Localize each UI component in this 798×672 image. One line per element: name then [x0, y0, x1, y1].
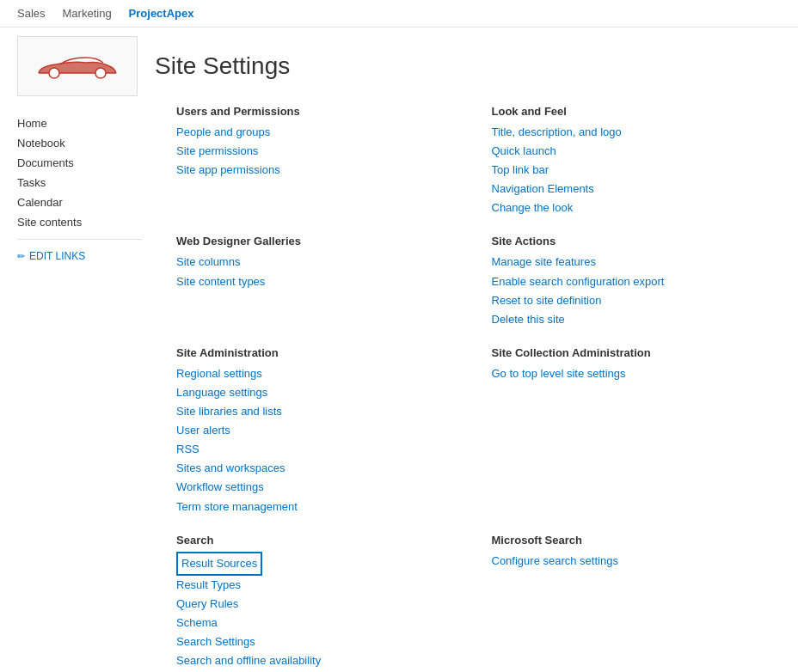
- link-site-libraries-lists[interactable]: Site libraries and lists: [176, 402, 466, 421]
- sidebar-item-documents[interactable]: Documents: [17, 153, 142, 173]
- main-layout: Home Notebook Documents Tasks Calendar S…: [0, 96, 798, 672]
- link-language-settings[interactable]: Language settings: [176, 383, 466, 402]
- edit-links[interactable]: ✏ EDIT LINKS: [17, 247, 142, 266]
- link-result-types[interactable]: Result Types: [176, 576, 466, 595]
- section-title-microsoft-search: Microsoft Search: [492, 534, 782, 547]
- link-search-settings[interactable]: Search Settings: [176, 632, 466, 651]
- link-title-desc-logo[interactable]: Title, description, and logo: [492, 123, 782, 142]
- top-navigation: Sales Marketing ProjectApex: [0, 0, 798, 27]
- svg-point-2: [95, 68, 106, 78]
- link-rss[interactable]: RSS: [176, 440, 466, 459]
- link-quick-launch[interactable]: Quick launch: [492, 142, 782, 161]
- section-microsoft-search: Microsoft Search Configure search settin…: [492, 534, 782, 672]
- section-site-admin: Site Administration Regional settings La…: [176, 346, 466, 516]
- sidebar-item-notebook[interactable]: Notebook: [17, 133, 142, 153]
- section-site-collection-admin: Site Collection Administration Go to top…: [492, 346, 782, 516]
- link-people-groups[interactable]: People and groups: [176, 123, 466, 142]
- svg-point-1: [49, 68, 59, 78]
- nav-link-marketing[interactable]: Marketing: [63, 7, 112, 20]
- sidebar-item-tasks[interactable]: Tasks: [17, 173, 142, 192]
- section-title-users-permissions: Users and Permissions: [176, 105, 466, 118]
- link-enable-search-config[interactable]: Enable search configuration export: [492, 272, 782, 291]
- section-title-site-actions: Site Actions: [492, 235, 782, 247]
- link-top-level-site-settings[interactable]: Go to top level site settings: [492, 364, 782, 383]
- link-reset-site-definition[interactable]: Reset to site definition: [492, 291, 782, 310]
- section-users-permissions: Users and Permissions People and groups …: [176, 105, 466, 217]
- header-area: Site Settings: [0, 27, 798, 96]
- link-change-look[interactable]: Change the look: [492, 199, 782, 217]
- sidebar: Home Notebook Documents Tasks Calendar S…: [0, 105, 159, 672]
- nav-link-projectapex[interactable]: ProjectApex: [129, 7, 194, 20]
- link-regional-settings[interactable]: Regional settings: [176, 364, 466, 383]
- page-title-area: Site Settings: [138, 52, 290, 80]
- link-result-sources[interactable]: Result Sources: [176, 552, 262, 576]
- link-site-app-permissions[interactable]: Site app permissions: [176, 161, 466, 180]
- section-look-feel: Look and Feel Title, description, and lo…: [492, 105, 782, 217]
- section-title-look-feel: Look and Feel: [492, 105, 782, 118]
- link-delete-site[interactable]: Delete this site: [492, 310, 782, 329]
- settings-content: Users and Permissions People and groups …: [159, 105, 798, 672]
- link-site-permissions[interactable]: Site permissions: [176, 142, 466, 161]
- link-term-store[interactable]: Term store management: [176, 498, 466, 516]
- link-workflow-settings[interactable]: Workflow settings: [176, 478, 466, 497]
- link-manage-site-features[interactable]: Manage site features: [492, 253, 782, 272]
- link-sites-workspaces[interactable]: Sites and workspaces: [176, 459, 466, 478]
- link-configure-search-settings[interactable]: Configure search settings: [492, 552, 782, 571]
- site-logo: [17, 36, 138, 96]
- link-site-content-types[interactable]: Site content types: [176, 272, 466, 291]
- link-navigation-elements[interactable]: Navigation Elements: [492, 180, 782, 199]
- link-search-offline[interactable]: Search and offline availability: [176, 651, 466, 670]
- section-title-site-admin: Site Administration: [176, 346, 466, 359]
- edit-links-label: EDIT LINKS: [29, 250, 85, 262]
- section-search: Search Result Sources Result Types Query…: [176, 534, 466, 672]
- sidebar-divider: [17, 239, 142, 240]
- section-web-designer: Web Designer Galleries Site columns Site…: [176, 235, 466, 328]
- sidebar-item-calendar[interactable]: Calendar: [17, 192, 142, 212]
- section-title-site-collection-admin: Site Collection Administration: [492, 346, 782, 359]
- nav-link-sales[interactable]: Sales: [17, 7, 46, 20]
- link-user-alerts[interactable]: User alerts: [176, 421, 466, 440]
- link-top-link-bar[interactable]: Top link bar: [492, 161, 782, 180]
- link-schema[interactable]: Schema: [176, 614, 466, 632]
- pencil-icon: ✏: [17, 251, 25, 262]
- link-query-rules[interactable]: Query Rules: [176, 595, 466, 614]
- section-title-search: Search: [176, 534, 466, 547]
- section-title-web-designer: Web Designer Galleries: [176, 235, 466, 247]
- link-site-columns[interactable]: Site columns: [176, 253, 466, 272]
- sidebar-item-site-contents[interactable]: Site contents: [17, 212, 142, 232]
- page-title: Site Settings: [155, 52, 290, 80]
- sidebar-item-home[interactable]: Home: [17, 113, 142, 133]
- section-site-actions: Site Actions Manage site features Enable…: [492, 235, 782, 328]
